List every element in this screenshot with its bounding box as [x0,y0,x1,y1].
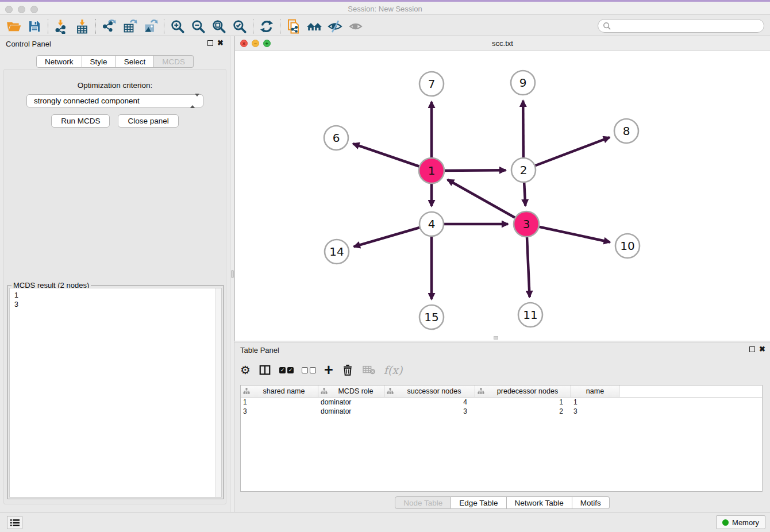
network-title: scc.txt [235,39,770,48]
zoom-fit-icon[interactable] [209,18,229,35]
table-panel-tabs: Node TableEdge TableNetwork TableMotifs [234,496,770,509]
column-header-name[interactable]: name [571,385,619,397]
clone-network-icon[interactable] [283,18,304,35]
table-row[interactable]: 3dominator323 [241,407,762,416]
graph-node-label-14: 14 [329,245,344,259]
table-cell: 1 [241,398,318,407]
tab-mcds[interactable]: MCDS [154,55,194,68]
criterion-dropdown[interactable]: strongly connected component [26,94,203,107]
memory-button[interactable]: Memory [716,515,765,529]
session-title: Session: New Session [0,5,770,13]
table-panel-header: Table Panel ✖ [234,342,770,357]
optimization-criterion-label: Optimization criterion: [4,81,226,90]
dropdown-stepper-icon [190,97,199,105]
export-network-icon[interactable] [99,18,120,35]
control-panel-title: Control Panel [6,40,51,48]
open-folder-icon[interactable] [3,18,24,35]
table-tab-node-table[interactable]: Node Table [395,496,451,509]
column-header-successor-nodes[interactable]: successor nodes [384,385,475,397]
add-column-icon[interactable]: + [324,361,333,379]
panel-list-button[interactable] [7,516,22,529]
table-tab-edge-table[interactable]: Edge Table [451,496,506,509]
table-cell: 3 [571,407,619,416]
control-panel-close-icon[interactable]: ✖ [217,38,224,47]
table-panel-float-icon[interactable] [749,346,755,352]
save-icon[interactable] [24,18,45,35]
zoom-in-icon[interactable] [167,18,188,35]
node-table[interactable]: shared nameMCDS rolesuccessor nodesprede… [240,385,763,492]
table-tab-motifs[interactable]: Motifs [572,496,610,509]
table-cell: 4 [384,398,475,407]
network-window: × − + scc.txt 7968124314101511 [234,36,770,341]
criterion-dropdown-value: strongly connected component [34,97,140,105]
hide-selected-eye-icon[interactable] [325,18,345,35]
table-panel: Table Panel ✖ ⚙ ✓✓ + f(x) shared nameMCD… [234,342,770,512]
delete-column-trash-icon[interactable] [341,361,354,379]
column-header-predecessor-nodes[interactable]: predecessor nodes [475,385,571,397]
settings-gear-icon[interactable]: ⚙ [240,361,251,379]
network-graph: 7968124314101511 [235,51,770,341]
column-header-shared-name[interactable]: shared name [241,385,318,397]
table-header-row: shared nameMCDS rolesuccessor nodesprede… [241,385,762,398]
graph-node-label-4: 4 [428,217,436,231]
control-panel: Control Panel ✖ NetworkStyleSelectMCDS O… [0,36,230,512]
graph-node-label-8: 8 [623,124,630,138]
graph-node-label-10: 10 [620,239,634,253]
table-cell: 2 [475,407,571,416]
show-all-eye-icon[interactable] [345,18,366,35]
table-cell: 3 [384,407,475,416]
column-header-MCDS-role[interactable]: MCDS role [318,385,384,397]
mcds-panel: Optimization criterion: strongly connect… [3,69,226,504]
app-title-bar: Session: New Session [0,0,770,15]
tab-select[interactable]: Select [116,55,155,68]
table-cell: 1 [571,398,619,407]
graph-node-label-2: 2 [520,163,528,177]
panel-divider[interactable] [230,36,234,512]
divider-handle[interactable] [231,270,234,278]
zoom-selected-icon[interactable] [229,18,250,35]
table-row[interactable]: 1dominator411 [241,398,762,407]
status-bar: Memory [0,512,770,532]
memory-status-icon [722,519,729,526]
select-all-checkboxes-icon[interactable]: ✓✓ [279,361,294,379]
deselect-all-checkboxes-icon[interactable] [302,361,316,379]
import-table-icon[interactable] [72,18,93,35]
control-panel-float-icon[interactable] [207,40,213,46]
control-panel-header: Control Panel ✖ [0,36,230,51]
export-image-icon[interactable] [140,18,161,35]
function-builder-icon: f(x) [384,361,403,379]
search-input[interactable] [611,20,764,32]
export-table-icon[interactable] [120,18,140,35]
search-box[interactable] [598,19,764,33]
import-network-icon[interactable] [51,18,72,35]
table-panel-close-icon[interactable]: ✖ [759,345,765,353]
canvas-resize-handle[interactable] [494,336,498,340]
tab-network[interactable]: Network [36,55,82,68]
search-icon [603,22,611,30]
first-neighbors-icon[interactable] [304,18,325,35]
network-canvas[interactable]: 7968124314101511 [235,51,770,341]
graph-node-label-9: 9 [519,76,527,90]
run-mcds-button[interactable]: Run MCDS [51,114,110,128]
graph-node-label-6: 6 [333,131,340,145]
refresh-icon[interactable] [256,18,277,35]
split-view-icon[interactable] [259,361,271,379]
tab-style[interactable]: Style [82,55,116,68]
table-toolbar: ⚙ ✓✓ + f(x) [240,357,402,383]
zoom-out-icon[interactable] [188,18,209,35]
table-cell: 3 [241,407,318,416]
network-window-titlebar: × − + scc.txt [235,36,770,51]
graph-edge-3-1[interactable] [448,180,526,224]
graph-edge-2-8[interactable] [523,137,610,170]
table-cell: dominator [318,407,384,416]
mcds-result-scrollbar[interactable] [215,288,221,497]
table-panel-title: Table Panel [240,346,279,354]
table-tab-network-table[interactable]: Network Table [507,496,572,509]
close-panel-button[interactable]: Close panel [118,114,178,128]
list-icon [10,519,20,527]
graph-node-label-11: 11 [523,308,537,322]
mcds-result-text: 1 3 [10,288,221,311]
table-cell: dominator [318,398,384,407]
delete-table-icon [362,361,376,379]
mcds-result-box: 1 3 [9,288,222,498]
